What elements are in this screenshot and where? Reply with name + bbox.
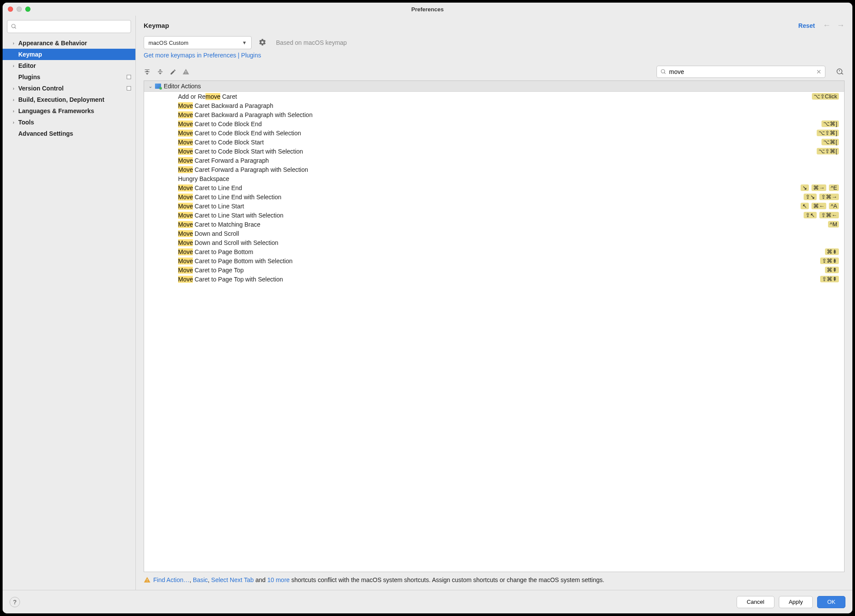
action-label: Move Caret to Code Block End with Select…	[178, 130, 557, 137]
sidebar-item-appearance-behavior[interactable]: ›Appearance & Behavior	[3, 37, 135, 49]
action-row[interactable]: Move Caret to Code Block Start with Sele…	[144, 147, 557, 156]
sidebar-item-label: Tools	[18, 119, 34, 126]
modified-indicator-icon	[127, 75, 131, 79]
action-label: Hungry Backspace	[178, 175, 557, 182]
sidebar: ›Appearance & Behavior›Keymap›Editor›Plu…	[3, 16, 136, 402]
tree-group-header[interactable]: ⌄ Editor Actions	[144, 81, 557, 92]
sidebar-nav: ›Appearance & Behavior›Keymap›Editor›Plu…	[3, 37, 135, 402]
tree-group-label: Editor Actions	[164, 83, 201, 90]
action-tree: ⌄ Editor Actions Add or Remove Caret⌥⇧Cl…	[144, 80, 557, 402]
sidebar-item-label: Plugins	[18, 74, 40, 80]
chevron-right-icon: ›	[10, 97, 17, 102]
action-row[interactable]: Move Caret to Page Bottom with Selection…	[144, 256, 557, 265]
sidebar-item-label: Advanced Settings	[18, 130, 73, 137]
get-more-keymaps-link[interactable]: Get more keymaps in Preferences | Plugin…	[144, 52, 261, 59]
action-label: Move Caret to Page Bottom with Selection	[178, 258, 557, 264]
action-row[interactable]: Hungry Backspace	[144, 174, 557, 183]
sidebar-item-label: Appearance & Behavior	[18, 40, 87, 47]
sidebar-item-languages-frameworks[interactable]: ›Languages & Frameworks	[3, 105, 135, 117]
action-label: Move Down and Scroll with Selection	[178, 239, 557, 246]
action-row[interactable]: Move Down and Scroll with Selection	[144, 238, 557, 247]
action-label: Move Caret to Line Start	[178, 203, 557, 210]
action-label: Move Down and Scroll	[178, 230, 557, 237]
expand-all-icon[interactable]	[144, 68, 151, 75]
sidebar-search-input[interactable]	[20, 23, 127, 30]
chevron-right-icon: ›	[10, 40, 17, 46]
disclosure-icon: ⌄	[148, 84, 152, 89]
action-row[interactable]: Move Caret to Line End↘⌘→^E	[144, 183, 557, 192]
action-label: Move Caret to Code Block Start with Sele…	[178, 148, 557, 155]
action-row[interactable]: Move Caret Forward a Paragraph	[144, 156, 557, 165]
action-label: Move Caret to Line End with Selection	[178, 194, 557, 201]
action-label: Move Caret to Matching Brace	[178, 221, 557, 228]
preferences-window: Preferences ›Appearance & Behavior›Keyma…	[3, 3, 557, 402]
sidebar-search[interactable]	[7, 20, 131, 33]
warning-icon[interactable]	[182, 68, 189, 75]
sidebar-item-keymap[interactable]: ›Keymap	[3, 49, 135, 60]
action-label: Add or Remove Caret	[178, 93, 557, 100]
folder-icon	[155, 84, 161, 89]
action-row[interactable]: Move Caret Backward a Paragraph with Sel…	[144, 110, 557, 119]
window-title: Preferences	[3, 6, 557, 13]
collapse-all-icon[interactable]	[157, 68, 164, 75]
action-row[interactable]: Move Caret to Page Top⌘⇞	[144, 265, 557, 275]
action-row[interactable]: Add or Remove Caret⌥⇧Click	[144, 92, 557, 101]
sidebar-item-plugins[interactable]: ›Plugins	[3, 71, 135, 83]
chevron-right-icon: ›	[10, 108, 17, 114]
sidebar-item-label: Editor	[18, 62, 36, 69]
sidebar-item-editor[interactable]: ›Editor	[3, 60, 135, 71]
action-row[interactable]: Move Caret to Matching Brace^M	[144, 220, 557, 229]
action-label: Move Caret to Page Top	[178, 267, 557, 274]
action-label: Move Caret Backward a Paragraph with Sel…	[178, 111, 557, 118]
gear-icon[interactable]	[257, 38, 268, 47]
action-row[interactable]: Move Caret to Code Block End with Select…	[144, 128, 557, 137]
sidebar-item-build-execution-deployment[interactable]: ›Build, Execution, Deployment	[3, 94, 135, 105]
sidebar-item-advanced-settings[interactable]: ›Advanced Settings	[3, 128, 135, 139]
action-row[interactable]: Move Caret to Line End with Selection⇧↘⇧…	[144, 192, 557, 201]
keymap-dropdown-value: macOS Custom	[148, 40, 189, 46]
chevron-right-icon: ›	[10, 120, 17, 125]
action-label: Move Caret to Page Bottom	[178, 248, 557, 255]
action-label: Move Caret to Page Top with Selection	[178, 276, 557, 283]
action-row[interactable]: Move Caret to Code Block Start⌥⌘[	[144, 137, 557, 147]
titlebar: Preferences	[3, 3, 557, 16]
chevron-down-icon: ▼	[242, 40, 247, 45]
action-row[interactable]: Move Caret Backward a Paragraph	[144, 101, 557, 110]
sidebar-item-label: Version Control	[18, 85, 64, 92]
page-title: Keymap	[144, 22, 169, 29]
sidebar-item-version-control[interactable]: ›Version Control	[3, 83, 135, 94]
search-icon	[11, 23, 17, 30]
svg-point-0	[12, 24, 15, 28]
action-label: Move Caret Backward a Paragraph	[178, 102, 557, 109]
edit-icon[interactable]	[170, 69, 176, 75]
action-label: Move Caret to Code Block End	[178, 121, 557, 127]
sidebar-item-label: Build, Execution, Deployment	[18, 96, 104, 103]
action-label: Move Caret to Code Block Start	[178, 139, 557, 146]
sidebar-item-label: Keymap	[18, 51, 42, 58]
action-row[interactable]: Move Caret to Page Top with Selection⇧⌘⇞	[144, 275, 557, 284]
svg-line-1	[15, 27, 16, 29]
keymap-dropdown[interactable]: macOS Custom ▼	[144, 36, 252, 49]
chevron-right-icon: ›	[10, 86, 17, 91]
sidebar-item-tools[interactable]: ›Tools	[3, 117, 135, 128]
action-row[interactable]: Move Caret Forward a Paragraph with Sele…	[144, 165, 557, 174]
chevron-right-icon: ›	[10, 63, 17, 68]
action-label: Move Caret to Line Start with Selection	[178, 212, 557, 219]
action-label: Move Caret Forward a Paragraph	[178, 157, 557, 164]
action-row[interactable]: Move Caret to Line Start↖⌘←^A	[144, 201, 557, 211]
based-on-label: Based on macOS keymap	[276, 39, 347, 46]
action-label: Move Caret to Line End	[178, 184, 557, 191]
action-row[interactable]: Move Caret to Code Block End⌥⌘]	[144, 119, 557, 128]
main-panel: Keymap Reset ← → macOS Custom ▼ Based on…	[136, 16, 557, 402]
action-row[interactable]: Move Caret to Page Bottom⌘⇟	[144, 247, 557, 256]
action-label: Move Caret Forward a Paragraph with Sele…	[178, 166, 557, 173]
action-row[interactable]: Move Caret to Line Start with Selection⇧…	[144, 211, 557, 220]
action-row[interactable]: Move Down and Scroll	[144, 229, 557, 238]
sidebar-item-label: Languages & Frameworks	[18, 107, 94, 114]
modified-indicator-icon	[127, 86, 131, 90]
